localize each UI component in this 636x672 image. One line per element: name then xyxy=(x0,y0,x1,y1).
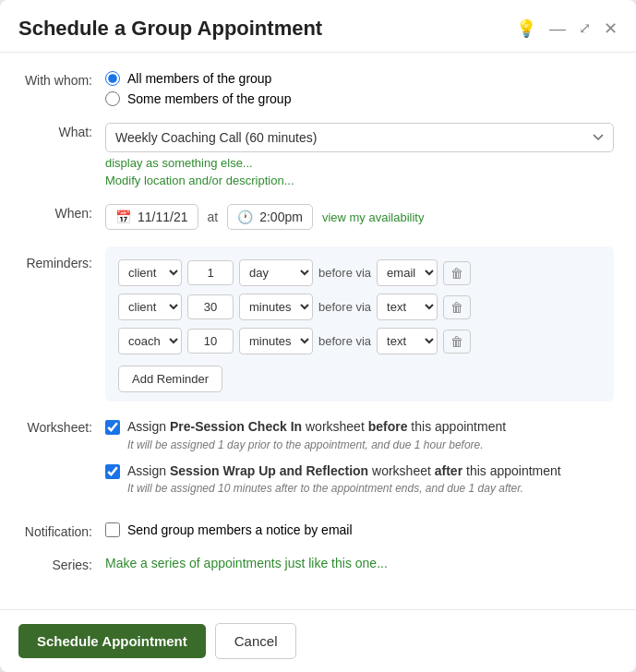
radio-all-members-input[interactable] xyxy=(105,71,120,86)
date-value: 11/11/21 xyxy=(138,210,188,224)
radio-some-members-input[interactable] xyxy=(105,91,120,106)
worksheet-2-subtext: It will be assigned 10 minutes after to … xyxy=(127,482,561,495)
schedule-appointment-button[interactable]: Schedule Appointment xyxy=(18,624,206,658)
when-row: When: 📅 11/11/21 at 🕐 2:00pm view my ava… xyxy=(22,204,614,230)
with-whom-row: With whom: All members of the group Some… xyxy=(22,71,614,106)
with-whom-label: With whom: xyxy=(22,71,105,88)
with-whom-content: All members of the group Some members of… xyxy=(105,71,614,106)
reminder-3-amount-input[interactable] xyxy=(187,329,234,354)
reminder-1-amount-input[interactable] xyxy=(187,260,234,285)
worksheet-1-timing: before xyxy=(368,419,408,434)
clock-icon: 🕐 xyxy=(237,210,253,224)
what-content: Weekly Coaching Call (60 minutes) Other … xyxy=(105,123,614,187)
before-via-2: before via xyxy=(318,300,371,314)
modify-location-link[interactable]: Modify location and/or description... xyxy=(105,174,614,187)
radio-some-members[interactable]: Some members of the group xyxy=(105,91,614,106)
reminder-3-unit-select[interactable]: day days minutes hours xyxy=(239,328,313,354)
modal-container: Schedule a Group Appointment 💡 — ⤢ ✕ Wit… xyxy=(0,0,636,672)
worksheet-label: Worksheet: xyxy=(22,418,105,435)
reminders-content: client coach day days minutes hours befo… xyxy=(105,246,614,402)
reminder-2-delete-button[interactable]: 🗑 xyxy=(443,295,471,319)
worksheet-2-text: Assign Session Wrap Up and Reflection wo… xyxy=(127,462,561,481)
date-field[interactable]: 📅 11/11/21 xyxy=(105,204,198,230)
worksheet-row: Worksheet: Assign Pre-Session Check In w… xyxy=(22,418,614,506)
time-field[interactable]: 🕐 2:00pm xyxy=(227,204,313,230)
worksheet-1-text: Assign Pre-Session Check In worksheet be… xyxy=(127,418,506,437)
before-via-3: before via xyxy=(318,334,371,348)
modal-title: Schedule a Group Appointment xyxy=(18,17,322,41)
worksheet-1-name: Pre-Session Check In xyxy=(170,419,302,434)
reminder-row-2: client coach day days minutes hours befo… xyxy=(118,294,601,320)
minimize-icon[interactable]: — xyxy=(549,20,566,37)
modal-footer: Schedule Appointment Cancel xyxy=(0,609,636,672)
notification-text: Send group members a notice by email xyxy=(127,522,353,537)
what-row: What: Weekly Coaching Call (60 minutes) … xyxy=(22,123,614,187)
cancel-button[interactable]: Cancel xyxy=(215,623,297,659)
reminders-label: Reminders: xyxy=(22,246,105,270)
notification-controls: Send group members a notice by email xyxy=(105,522,614,537)
worksheet-item-2: Assign Session Wrap Up and Reflection wo… xyxy=(105,462,614,496)
reminder-3-delete-button[interactable]: 🗑 xyxy=(443,330,471,354)
worksheet-1-subtext: It will be assigned 1 day prior to the a… xyxy=(127,438,506,451)
reminder-1-who-select[interactable]: client coach xyxy=(118,259,182,286)
at-text: at xyxy=(208,210,219,224)
what-label: What: xyxy=(22,123,105,139)
reminder-2-who-select[interactable]: client coach xyxy=(118,294,182,320)
reminder-row-3: client coach day days minutes hours befo… xyxy=(118,328,601,354)
notification-checkbox[interactable] xyxy=(105,522,120,537)
view-availability-link[interactable]: view my availability xyxy=(322,210,425,224)
worksheet-2-name: Session Wrap Up and Reflection xyxy=(170,463,368,478)
reminder-3-channel-select[interactable]: email text push xyxy=(377,328,438,354)
before-via-1: before via xyxy=(318,266,371,280)
series-row: Series: Make a series of appointments ju… xyxy=(22,556,614,572)
modal-header: Schedule a Group Appointment 💡 — ⤢ ✕ xyxy=(0,0,636,53)
reminder-2-amount-input[interactable] xyxy=(187,294,234,319)
add-reminder-button[interactable]: Add Reminder xyxy=(118,366,222,392)
worksheet-1-text-block: Assign Pre-Session Check In worksheet be… xyxy=(127,418,506,451)
reminder-1-channel-select[interactable]: email text push xyxy=(377,259,438,286)
calendar-icon: 📅 xyxy=(115,210,131,224)
worksheet-2-timing: after xyxy=(435,463,462,478)
radio-all-members[interactable]: All members of the group xyxy=(105,71,614,86)
radio-some-members-label: Some members of the group xyxy=(127,91,291,106)
reminder-1-delete-button[interactable]: 🗑 xyxy=(443,261,471,285)
reminders-section: client coach day days minutes hours befo… xyxy=(105,246,614,402)
what-select[interactable]: Weekly Coaching Call (60 minutes) Other xyxy=(105,123,614,152)
series-content: Make a series of appointments just like … xyxy=(105,556,614,570)
when-label: When: xyxy=(22,204,105,221)
when-controls: 📅 11/11/21 at 🕐 2:00pm view my availabil… xyxy=(105,204,614,230)
expand-icon[interactable]: ⤢ xyxy=(579,21,591,36)
reminder-1-unit-select[interactable]: day days minutes hours xyxy=(239,259,313,286)
reminder-2-unit-select[interactable]: day days minutes hours xyxy=(239,294,313,320)
header-icons: 💡 — ⤢ ✕ xyxy=(516,20,618,37)
worksheet-1-checkbox[interactable] xyxy=(105,420,120,435)
radio-all-members-label: All members of the group xyxy=(127,71,271,86)
notification-label: Notification: xyxy=(22,522,105,539)
radio-group: All members of the group Some members of… xyxy=(105,71,614,106)
display-as-link[interactable]: display as something else... xyxy=(105,156,614,170)
time-value: 2:00pm xyxy=(259,210,303,224)
reminder-3-who-select[interactable]: client coach xyxy=(118,328,182,354)
worksheet-2-text-block: Assign Session Wrap Up and Reflection wo… xyxy=(127,462,561,496)
reminders-row: Reminders: client coach day days minute xyxy=(22,246,614,402)
worksheet-2-checkbox[interactable] xyxy=(105,464,120,479)
series-link[interactable]: Make a series of appointments just like … xyxy=(105,556,388,570)
series-label: Series: xyxy=(22,556,105,572)
close-icon[interactable]: ✕ xyxy=(604,20,618,37)
lightbulb-icon[interactable]: 💡 xyxy=(516,20,536,37)
modal-body: With whom: All members of the group Some… xyxy=(0,53,636,609)
notification-content: Send group members a notice by email xyxy=(105,522,614,537)
when-content: 📅 11/11/21 at 🕐 2:00pm view my availabil… xyxy=(105,204,614,230)
worksheet-item-1: Assign Pre-Session Check In worksheet be… xyxy=(105,418,614,451)
reminder-row-1: client coach day days minutes hours befo… xyxy=(118,259,601,286)
notification-row: Notification: Send group members a notic… xyxy=(22,522,614,539)
reminder-2-channel-select[interactable]: email text push xyxy=(377,294,438,320)
worksheet-content: Assign Pre-Session Check In worksheet be… xyxy=(105,418,614,506)
